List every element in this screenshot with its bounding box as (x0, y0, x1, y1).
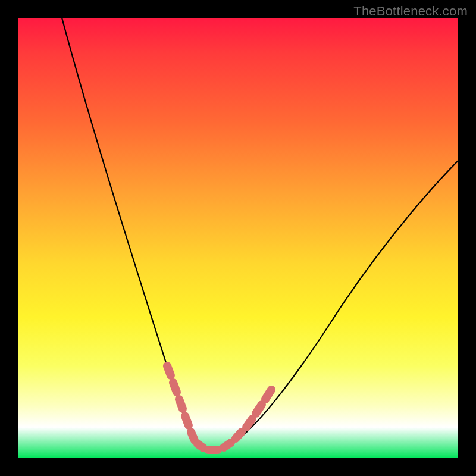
highlight-seg (236, 432, 242, 439)
watermark-text: TheBottleneck.com (353, 4, 468, 19)
highlight-seg (265, 390, 271, 399)
highlight-seg (185, 416, 189, 425)
highlight-seg (224, 443, 231, 447)
highlight-seg (256, 405, 262, 414)
chart-stage: TheBottleneck.com (0, 0, 476, 476)
highlight-seg (167, 366, 171, 375)
highlight-seg (173, 383, 177, 392)
highlight-seg (198, 444, 203, 448)
curve-highlight-dashes (167, 366, 271, 450)
bottleneck-curve (62, 18, 458, 450)
highlight-seg (246, 419, 252, 427)
plot-area (18, 18, 458, 458)
highlight-seg (191, 432, 195, 440)
highlight-seg (179, 399, 183, 409)
curve-svg (18, 18, 458, 458)
